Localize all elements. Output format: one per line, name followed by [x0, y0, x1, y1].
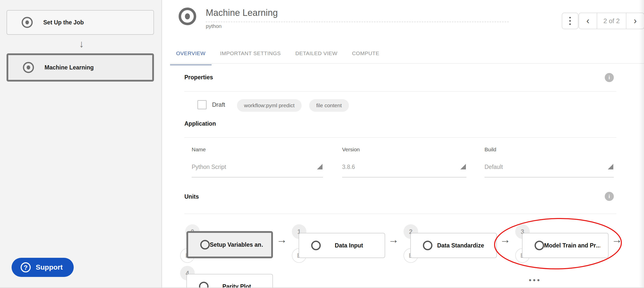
app-window: Set Up the Job ↓ Machine Learning ? Supp…	[0, 0, 644, 288]
dropdown-caret-icon	[317, 164, 323, 169]
unit-circle-icon	[311, 241, 321, 250]
flow-arrow-icon: →	[498, 234, 513, 246]
tab-overview[interactable]: OVERVIEW	[170, 50, 212, 65]
target-icon	[22, 17, 33, 28]
field-value: Default	[485, 164, 614, 177]
job-target-icon	[179, 8, 196, 25]
step-label: Machine Learning	[45, 64, 94, 71]
tag-chip: file content	[309, 99, 349, 112]
tab-detailed-view[interactable]: DETAILED VIEW	[289, 50, 343, 65]
more-units-button[interactable]: •••	[529, 276, 541, 284]
unit-box-data-standardize[interactable]: Data Standardize	[410, 233, 497, 258]
step-label: Set Up the Job	[43, 19, 84, 26]
tab-bar-underline	[170, 63, 644, 64]
flow-arrow-icon: →	[274, 234, 289, 246]
draft-label: Draft	[212, 101, 225, 108]
app-name-select[interactable]: Name Python Script	[192, 147, 323, 177]
unit-box-data-input[interactable]: Data Input	[299, 233, 385, 258]
unit-circle-icon	[423, 241, 432, 250]
sidebar-step-setup-job[interactable]: Set Up the Job	[7, 10, 154, 35]
divider	[184, 137, 616, 138]
unit-box-setup-variables[interactable]: Setup Variables an…	[186, 231, 273, 258]
divider	[184, 213, 616, 214]
unit-box-parity-plot[interactable]: Parity Plot	[186, 274, 273, 288]
unit-label: Model Train and Pr…	[544, 242, 600, 249]
job-subtitle: python	[206, 23, 222, 29]
tag-chip: workflow:pyml predict	[237, 99, 302, 112]
unit-circle-icon	[200, 240, 210, 249]
application-heading: Application	[184, 120, 216, 127]
dropdown-caret-icon	[608, 164, 613, 169]
main-panel: Machine Learning python ‹ 2 of 2 › OVERV…	[163, 0, 644, 288]
app-build-select[interactable]: Build Default	[485, 147, 614, 177]
pager-prev-button[interactable]: ‹	[579, 13, 597, 29]
target-icon	[23, 62, 34, 73]
unit-label: Data Input	[321, 242, 377, 249]
unit-label: Setup Variables an…	[210, 241, 264, 248]
sidebar: Set Up the Job ↓ Machine Learning ? Supp…	[0, 0, 162, 288]
pager: ‹ 2 of 2 ›	[579, 13, 644, 29]
field-value: Python Script	[192, 164, 323, 177]
app-version-select[interactable]: Version 3.8.6	[342, 147, 466, 177]
tab-compute[interactable]: COMPUTE	[346, 50, 385, 65]
sidebar-step-machine-learning[interactable]: Machine Learning	[7, 53, 154, 82]
job-title-input[interactable]: Machine Learning	[206, 8, 509, 22]
flow-arrow-icon: →	[609, 234, 624, 246]
unit-circle-icon	[199, 282, 209, 288]
kebab-icon	[569, 17, 571, 18]
kebab-menu-button[interactable]	[562, 13, 578, 29]
draft-checkbox[interactable]	[197, 100, 207, 109]
units-heading: Units	[184, 193, 199, 200]
divider	[184, 91, 616, 92]
tab-important-settings[interactable]: IMPORTANT SETTINGS	[214, 50, 287, 65]
unit-label: Parity Plot	[209, 283, 265, 288]
dropdown-caret-icon	[460, 164, 466, 169]
properties-heading: Properties	[184, 74, 213, 81]
info-icon[interactable]: i	[605, 73, 614, 82]
support-label: Support	[36, 263, 63, 271]
unit-box-model-train[interactable]: Model Train and Pr…	[522, 233, 609, 258]
pager-label: 2 of 2	[597, 13, 626, 29]
question-icon: ?	[21, 262, 31, 272]
tab-bar: OVERVIEW IMPORTANT SETTINGS DETAILED VIE…	[170, 50, 388, 65]
flow-arrow-icon: →	[386, 234, 401, 246]
support-button[interactable]: ? Support	[12, 258, 74, 277]
field-value: 3.8.6	[342, 164, 466, 177]
unit-label: Data Standardize	[432, 242, 489, 249]
scroll-edge-shadow	[639, 0, 644, 288]
field-label: Name	[192, 147, 323, 153]
down-arrow-icon: ↓	[75, 38, 88, 50]
unit-circle-icon	[535, 241, 544, 250]
field-label: Build	[485, 147, 614, 153]
kebab-icon	[569, 23, 571, 25]
info-icon[interactable]: i	[605, 192, 614, 201]
kebab-icon	[569, 20, 571, 22]
field-label: Version	[342, 147, 466, 153]
